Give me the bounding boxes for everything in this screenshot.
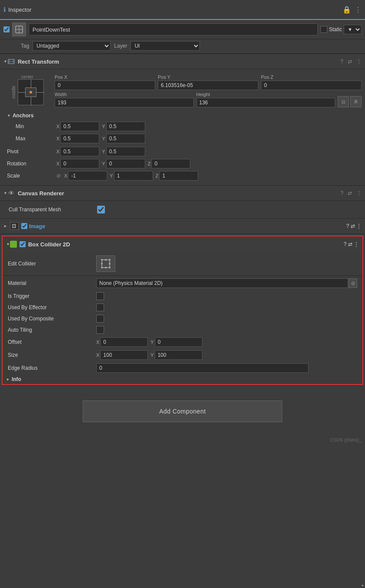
material-field-group: None (Physics Material 2D) ⊙ (96, 278, 357, 288)
material-select-button[interactable]: ⊙ (349, 278, 357, 288)
min-y-label: Y (102, 124, 105, 129)
scale-row: Scale ⊘ X Y Z (3, 170, 362, 182)
middle-label: middle (11, 86, 16, 98)
cull-transparent-checkbox[interactable] (97, 206, 105, 213)
canvas-renderer-menu[interactable]: ⋮ (356, 190, 362, 196)
scale-x-input[interactable] (68, 171, 107, 181)
canvas-renderer-title: Canvas Renderer (18, 190, 340, 197)
anchor-diagram[interactable] (18, 79, 44, 105)
canvas-renderer-settings[interactable]: ⇄ (348, 190, 352, 196)
inspector-tab: ℹ Inspector 🔒 ⋮ (0, 0, 365, 20)
scale-z-input[interactable] (159, 171, 198, 181)
anchors-header[interactable]: ▼ Anchors (3, 111, 362, 120)
edit-collider-button[interactable] (96, 255, 115, 272)
box-collider-settings[interactable]: ⇄ (348, 241, 352, 247)
svg-point-5 (101, 267, 103, 268)
offset-y-input[interactable] (155, 337, 202, 347)
info-row[interactable]: ► Info (3, 375, 362, 384)
image-icon: 🖼 (10, 222, 19, 230)
box-collider-help[interactable]: ? (344, 241, 347, 247)
size-label: Size (8, 352, 95, 358)
tag-layer-row: Tag Untagged Layer UI (0, 39, 365, 54)
used-by-composite-checkbox-box[interactable] (96, 315, 104, 323)
pivot-y-input[interactable] (106, 147, 145, 156)
height-label: Height (196, 92, 336, 97)
rot-z-input[interactable] (151, 159, 190, 168)
pos-x-input[interactable] (55, 81, 155, 90)
gameobject-name-input[interactable] (29, 23, 318, 36)
scale-xyz: X Y Z (64, 171, 198, 181)
anchors-min-y-input[interactable] (106, 122, 145, 131)
box-collider-chevron: ▼ (6, 242, 10, 246)
rot-x-input[interactable] (60, 159, 99, 168)
size-y-input[interactable] (155, 350, 202, 360)
edit-collider-label: Edit Collider (8, 261, 95, 267)
height-input[interactable] (196, 98, 336, 107)
anchors-title: Anchors (13, 113, 34, 119)
scale-y-input[interactable] (114, 171, 153, 181)
box-collider-menu[interactable]: ⋮ (354, 241, 359, 247)
image-help[interactable]: ? (346, 223, 349, 229)
image-actions: ? ⇄ ⋮ (346, 223, 362, 229)
anchors-min-label: Min (7, 123, 55, 129)
scale-z-label: Z (156, 173, 159, 178)
is-trigger-row: Is Trigger (3, 291, 362, 302)
box-collider-header[interactable]: ▼ Box Collider 2D ? ⇄ ⋮ (3, 236, 362, 252)
pivot-x-input[interactable] (60, 147, 99, 156)
canvas-renderer-icon: 👁 (7, 189, 15, 197)
box-collider-enabled-checkbox[interactable] (20, 241, 26, 247)
image-enabled-checkbox[interactable] (21, 223, 27, 229)
rect-transform-help[interactable]: ? (340, 58, 343, 65)
anchors-max-x-input[interactable] (60, 134, 99, 143)
rotation-label: Rotation (7, 161, 55, 167)
lock-icon[interactable]: 🔒 (342, 6, 351, 14)
offset-x-input[interactable] (100, 337, 148, 347)
gameobject-enabled-checkbox[interactable] (3, 26, 10, 32)
rect-constraint-btn2[interactable]: R (350, 96, 362, 107)
image-menu[interactable]: ⋮ (356, 223, 362, 229)
canvas-renderer-help[interactable]: ? (340, 190, 343, 196)
rect-transform-settings[interactable]: ⇄ (348, 58, 352, 65)
image-chevron: ► (3, 224, 7, 228)
max-y-label: Y (102, 136, 105, 141)
add-component-button[interactable]: Add Component (83, 401, 282, 422)
size-y-label: Y (150, 352, 153, 358)
rect-transform-section-header[interactable]: ▼ Rect Transform ? ⇄ ⋮ (0, 54, 365, 69)
menu-icon[interactable]: ⋮ (355, 6, 362, 14)
edge-radius-input[interactable] (96, 363, 309, 373)
offset-row: Offset X Y (3, 336, 362, 349)
size-row: Size X Y (3, 349, 362, 362)
edit-collider-row: Edit Collider (3, 252, 362, 275)
canvas-renderer-section-header[interactable]: ▼ 👁 Canvas Renderer ? ⇄ ⋮ (0, 185, 365, 201)
image-settings[interactable]: ⇄ (351, 223, 355, 229)
edge-radius-row: Edge Radius (3, 362, 362, 375)
canvas-renderer-body: Cull Transparent Mesh (0, 201, 365, 218)
anchors-min-xy: X Y (56, 122, 145, 131)
rect-constraint-btn1[interactable]: ⊡ (338, 96, 349, 107)
center-label: center (21, 74, 33, 79)
is-trigger-checkbox-box[interactable] (96, 292, 104, 300)
svg-point-6 (109, 267, 111, 268)
width-input[interactable] (55, 98, 194, 107)
anchors-max-y-input[interactable] (106, 134, 145, 143)
anchors-min-x-input[interactable] (60, 122, 99, 131)
canvas-renderer-actions: ? ⇄ ⋮ (340, 190, 362, 196)
tag-select[interactable]: Untagged (33, 41, 111, 51)
auto-tiling-checkbox-box[interactable] (96, 326, 104, 334)
tab-actions: 🔒 ⋮ (342, 6, 362, 14)
rot-y-input[interactable] (106, 159, 145, 168)
pivot-label: Pivot (7, 149, 55, 155)
material-field: None (Physics Material 2D) (96, 278, 348, 288)
rect-transform-actions: ? ⇄ ⋮ (340, 58, 362, 65)
info-chevron: ► (6, 377, 10, 381)
pos-z-input[interactable] (261, 81, 362, 90)
pos-y-input[interactable] (158, 81, 258, 90)
size-x-input[interactable] (100, 350, 148, 360)
static-dropdown[interactable]: ▼ (344, 25, 362, 34)
layer-select[interactable]: UI (130, 41, 200, 51)
offset-x-label: X (96, 339, 99, 345)
image-section-header[interactable]: ► 🖼 Image ? ⇄ ⋮ (0, 218, 365, 234)
edge-radius-label: Edge Radius (8, 365, 95, 371)
used-by-effector-checkbox-box[interactable] (96, 304, 104, 311)
rect-transform-menu[interactable]: ⋮ (356, 58, 362, 65)
